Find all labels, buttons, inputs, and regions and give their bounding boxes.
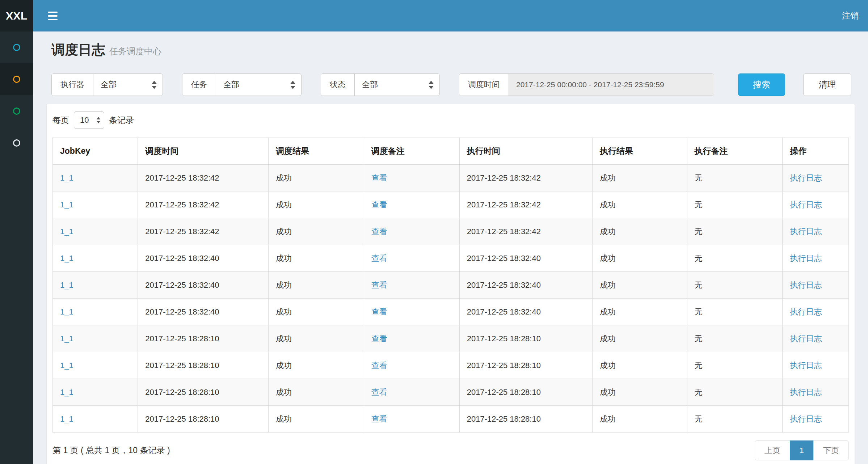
col-header-trigger-time: 调度时间: [138, 138, 269, 165]
job-select-value: 全部: [223, 79, 239, 90]
jobkey-link[interactable]: 1_1: [60, 361, 73, 370]
exec-log-link[interactable]: 执行日志: [790, 307, 822, 316]
table-row: 1_1 2017-12-25 18:32:40 成功 查看 2017-12-25…: [53, 245, 849, 272]
trigger-time-cell: 2017-12-25 18:28:10: [138, 406, 269, 433]
content-area: 调度日志 任务调度中心 执行器 全部 任务 全部 状态: [33, 31, 868, 464]
trigger-result-cell: 成功: [268, 165, 364, 191]
jobkey-link[interactable]: 1_1: [60, 414, 73, 423]
table-header-row: JobKey 调度时间 调度结果 调度备注 执行时间 执行结果 执行备注 操作: [53, 138, 849, 165]
handle-result-cell: 成功: [592, 379, 687, 406]
prev-page-button[interactable]: 上页: [755, 440, 790, 460]
trigger-result-cell: 成功: [268, 325, 364, 352]
log-table: JobKey 调度时间 调度结果 调度备注 执行时间 执行结果 执行备注 操作 …: [52, 138, 849, 433]
jobkey-link[interactable]: 1_1: [60, 334, 73, 343]
clear-button[interactable]: 清理: [803, 73, 851, 96]
handle-time-cell: 2017-12-25 18:28:10: [459, 325, 592, 352]
jobkey-link[interactable]: 1_1: [60, 388, 73, 397]
executor-filter-group: 执行器 全部: [51, 73, 163, 96]
handle-result-cell: 成功: [592, 218, 687, 245]
table-row: 1_1 2017-12-25 18:28:10 成功 查看 2017-12-25…: [53, 379, 849, 406]
search-button[interactable]: 搜索: [738, 73, 785, 96]
sidebar-toggle-button[interactable]: [44, 8, 61, 24]
circle-icon: [13, 44, 20, 51]
handle-result-cell: 成功: [592, 299, 687, 325]
trigger-time-cell: 2017-12-25 18:32:40: [138, 245, 269, 272]
handle-result-cell: 成功: [592, 352, 687, 379]
col-header-handle-result: 执行结果: [592, 138, 687, 165]
jobkey-link[interactable]: 1_1: [60, 254, 73, 263]
exec-log-link[interactable]: 执行日志: [790, 254, 822, 263]
trigger-msg-view-link[interactable]: 查看: [371, 227, 387, 236]
exec-log-link[interactable]: 执行日志: [790, 361, 822, 370]
select-arrows-icon: [290, 81, 295, 89]
app-logo[interactable]: XXL: [0, 0, 33, 31]
exec-log-link[interactable]: 执行日志: [790, 334, 822, 343]
table-row: 1_1 2017-12-25 18:28:10 成功 查看 2017-12-25…: [53, 325, 849, 352]
table-row: 1_1 2017-12-25 18:32:42 成功 查看 2017-12-25…: [53, 218, 849, 245]
exec-log-link[interactable]: 执行日志: [790, 280, 822, 290]
handle-time-cell: 2017-12-25 18:32:40: [459, 245, 592, 272]
col-header-handle-msg: 执行备注: [687, 138, 783, 165]
sidebar-item[interactable]: [0, 127, 33, 159]
exec-log-link[interactable]: 执行日志: [790, 388, 822, 397]
sidebar-item[interactable]: [0, 31, 33, 63]
executor-select[interactable]: 全部: [93, 74, 163, 96]
trigger-msg-view-link[interactable]: 查看: [371, 334, 387, 343]
page-size-suffix-label: 条记录: [109, 115, 134, 126]
trigger-msg-view-link[interactable]: 查看: [371, 200, 387, 209]
handle-time-cell: 2017-12-25 18:32:42: [459, 191, 592, 218]
jobkey-link[interactable]: 1_1: [60, 173, 73, 182]
jobkey-link[interactable]: 1_1: [60, 200, 73, 209]
table-row: 1_1 2017-12-25 18:32:42 成功 查看 2017-12-25…: [53, 165, 849, 191]
trigger-msg-view-link[interactable]: 查看: [371, 280, 387, 290]
table-row: 1_1 2017-12-25 18:32:42 成功 查看 2017-12-25…: [53, 191, 849, 218]
trigger-time-range-input[interactable]: 2017-12-25 00:00:00 - 2017-12-25 23:59:5…: [509, 74, 714, 96]
job-filter-label: 任务: [182, 74, 216, 96]
page-size-value: 10: [80, 115, 89, 125]
trigger-msg-view-link[interactable]: 查看: [371, 307, 387, 316]
exec-log-link[interactable]: 执行日志: [790, 200, 822, 209]
trigger-time-cell: 2017-12-25 18:32:42: [138, 165, 269, 191]
job-select[interactable]: 全部: [216, 74, 301, 96]
handle-time-cell: 2017-12-25 18:28:10: [459, 379, 592, 406]
col-header-trigger-result: 调度结果: [268, 138, 364, 165]
status-select[interactable]: 全部: [355, 74, 439, 96]
hamburger-icon: [48, 12, 58, 13]
next-page-button[interactable]: 下页: [813, 440, 849, 460]
navbar-main: 注销: [33, 0, 868, 31]
logout-link[interactable]: 注销: [842, 10, 859, 21]
jobkey-link[interactable]: 1_1: [60, 307, 73, 316]
exec-log-link[interactable]: 执行日志: [790, 227, 822, 236]
handle-result-cell: 成功: [592, 191, 687, 218]
jobkey-link[interactable]: 1_1: [60, 227, 73, 236]
trigger-msg-view-link[interactable]: 查看: [371, 414, 387, 423]
exec-log-link[interactable]: 执行日志: [790, 173, 822, 182]
handle-time-cell: 2017-12-25 18:32:42: [459, 165, 592, 191]
page-1-button[interactable]: 1: [790, 440, 814, 460]
select-arrows-icon: [97, 117, 100, 123]
handle-result-cell: 成功: [592, 245, 687, 272]
table-row: 1_1 2017-12-25 18:32:40 成功 查看 2017-12-25…: [53, 272, 849, 299]
page-size-select[interactable]: 10: [74, 111, 104, 129]
handle-msg-cell: 无: [687, 325, 783, 352]
trigger-msg-view-link[interactable]: 查看: [371, 388, 387, 397]
log-table-body: 1_1 2017-12-25 18:32:42 成功 查看 2017-12-25…: [53, 165, 849, 433]
trigger-msg-view-link[interactable]: 查看: [371, 173, 387, 182]
trigger-result-cell: 成功: [268, 191, 364, 218]
status-filter-group: 状态 全部: [321, 73, 440, 96]
handle-result-cell: 成功: [592, 325, 687, 352]
sidebar-item[interactable]: [0, 95, 33, 127]
table-row: 1_1 2017-12-25 18:28:10 成功 查看 2017-12-25…: [53, 352, 849, 379]
trigger-time-cell: 2017-12-25 18:32:40: [138, 272, 269, 299]
trigger-msg-view-link[interactable]: 查看: [371, 254, 387, 263]
exec-log-link[interactable]: 执行日志: [790, 414, 822, 423]
select-arrows-icon: [429, 81, 434, 89]
sidebar-item[interactable]: [0, 63, 33, 95]
trigger-time-cell: 2017-12-25 18:28:10: [138, 352, 269, 379]
handle-time-cell: 2017-12-25 18:28:10: [459, 352, 592, 379]
handle-msg-cell: 无: [687, 191, 783, 218]
page-subtitle: 任务调度中心: [109, 46, 161, 57]
jobkey-link[interactable]: 1_1: [60, 280, 73, 290]
trigger-msg-view-link[interactable]: 查看: [371, 361, 387, 370]
trigger-time-filter-group: 调度时间 2017-12-25 00:00:00 - 2017-12-25 23…: [459, 73, 714, 96]
